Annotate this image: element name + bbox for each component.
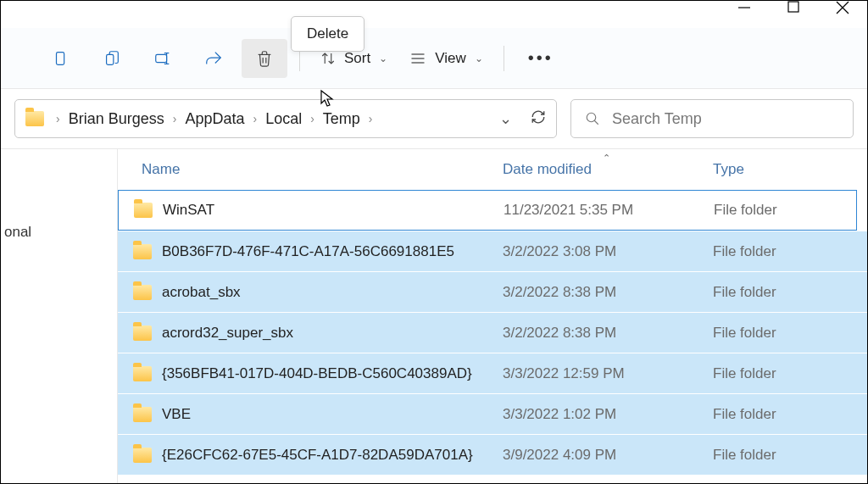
file-date: 3/3/2022 1:02 PM <box>503 406 713 423</box>
folder-icon <box>133 325 152 341</box>
svg-rect-1 <box>788 2 798 12</box>
delete-tooltip: Delete <box>291 16 364 52</box>
file-date: 11/23/2021 5:35 PM <box>504 202 714 219</box>
svg-rect-6 <box>156 54 167 62</box>
file-name: {356BFB41-017D-404D-BEDB-C560C40389AD} <box>162 365 472 382</box>
search-icon <box>585 111 600 126</box>
file-date: 3/2/2022 8:38 PM <box>503 284 713 301</box>
breadcrumb-item[interactable]: Brian Burgess <box>69 110 164 128</box>
file-type: File folder <box>713 284 867 301</box>
file-list: Name Date modified⌃ Type WinSAT11/23/202… <box>118 149 867 484</box>
history-dropdown[interactable]: ⌄ <box>499 109 512 129</box>
file-type: File folder <box>713 365 867 382</box>
close-button[interactable] <box>818 1 867 16</box>
table-row[interactable]: acrobat_sbx3/2/2022 8:38 PMFile folder <box>118 271 867 312</box>
file-name: VBE <box>162 406 191 423</box>
file-name: acrord32_super_sbx <box>162 325 293 342</box>
column-header-type[interactable]: Type <box>713 161 867 178</box>
breadcrumb-item[interactable]: Local <box>265 110 302 128</box>
file-type: File folder <box>713 406 867 423</box>
svg-rect-5 <box>107 54 114 64</box>
cursor-icon <box>320 89 335 108</box>
svg-rect-4 <box>57 52 64 64</box>
titlebar <box>1 1 867 28</box>
search-input[interactable]: Search Temp <box>570 99 854 138</box>
navigation-row: › Brian Burgess › AppData › Local › Temp… <box>1 89 867 149</box>
cut-button[interactable] <box>38 39 84 78</box>
file-name: {E26CFC62-67E5-45CF-A1D7-82DA59DA701A} <box>162 447 473 464</box>
sort-indicator-icon: ⌃ <box>603 153 610 164</box>
table-row[interactable]: {356BFB41-017D-404D-BEDB-C560C40389AD}3/… <box>118 353 867 393</box>
breadcrumb-item[interactable]: AppData <box>185 110 244 128</box>
folder-icon <box>133 244 152 259</box>
maximize-button[interactable] <box>769 1 818 16</box>
file-date: 3/2/2022 3:08 PM <box>503 243 713 260</box>
more-button[interactable]: ••• <box>516 48 565 68</box>
svg-point-15 <box>587 113 596 122</box>
view-button[interactable]: View ⌄ <box>401 39 492 78</box>
table-row[interactable]: WinSAT11/23/2021 5:35 PMFile folder <box>118 190 857 231</box>
file-date: 3/2/2022 8:38 PM <box>503 325 713 342</box>
file-type: File folder <box>713 243 867 260</box>
column-header-name[interactable]: Name <box>142 161 503 178</box>
chevron-right-icon: › <box>364 112 378 125</box>
folder-icon <box>133 448 152 463</box>
sort-label: Sort <box>344 50 370 67</box>
copy-button[interactable] <box>89 39 135 78</box>
rename-button[interactable] <box>140 39 186 78</box>
folder-icon <box>133 285 152 300</box>
chevron-down-icon: ⌄ <box>379 53 387 64</box>
column-headers: Name Date modified⌃ Type <box>118 149 867 190</box>
file-date: 3/3/2022 12:59 PM <box>503 365 713 382</box>
search-placeholder: Search Temp <box>612 110 702 128</box>
file-type: File folder <box>714 202 856 219</box>
file-name: B0B36F7D-476F-471C-A17A-56C6691881E5 <box>162 243 454 260</box>
sidebar-item[interactable]: onal <box>1 215 117 249</box>
sidebar: onal <box>1 149 118 484</box>
chevron-right-icon: › <box>248 112 262 125</box>
refresh-button[interactable] <box>531 109 546 129</box>
table-row[interactable]: VBE3/3/2022 1:02 PMFile folder <box>118 393 867 434</box>
delete-button[interactable] <box>242 39 287 78</box>
table-row[interactable]: B0B36F7D-476F-471C-A17A-56C6691881E53/2/… <box>118 231 867 271</box>
chevron-right-icon: › <box>51 112 65 125</box>
file-name: WinSAT <box>163 202 214 219</box>
separator <box>504 46 504 71</box>
sort-icon <box>320 51 336 66</box>
breadcrumb[interactable]: › Brian Burgess › AppData › Local › Temp… <box>14 99 557 138</box>
view-icon <box>409 50 426 67</box>
content-area: onal Name Date modified⌃ Type WinSAT11/2… <box>1 149 867 484</box>
file-name: acrobat_sbx <box>162 284 241 301</box>
breadcrumb-item[interactable]: Temp <box>323 110 360 128</box>
folder-icon <box>133 407 152 422</box>
chevron-right-icon: › <box>305 112 320 125</box>
minimize-button[interactable] <box>720 1 769 16</box>
folder-icon <box>134 203 153 218</box>
column-header-date[interactable]: Date modified⌃ <box>503 161 713 178</box>
toolbar: Delete Sort ⌄ View ⌄ ••• <box>1 28 867 89</box>
svg-line-16 <box>594 120 598 125</box>
table-row[interactable]: acrord32_super_sbx3/2/2022 8:38 PMFile f… <box>118 312 867 353</box>
share-button[interactable] <box>191 39 236 78</box>
folder-icon <box>133 366 152 381</box>
file-date: 3/9/2022 4:09 PM <box>503 447 713 464</box>
file-type: File folder <box>713 447 867 464</box>
table-row[interactable]: {E26CFC62-67E5-45CF-A1D7-82DA59DA701A}3/… <box>118 434 867 475</box>
chevron-right-icon: › <box>168 112 182 125</box>
view-label: View <box>435 50 466 67</box>
folder-icon <box>25 111 44 126</box>
file-type: File folder <box>713 325 867 342</box>
chevron-down-icon: ⌄ <box>475 53 483 64</box>
